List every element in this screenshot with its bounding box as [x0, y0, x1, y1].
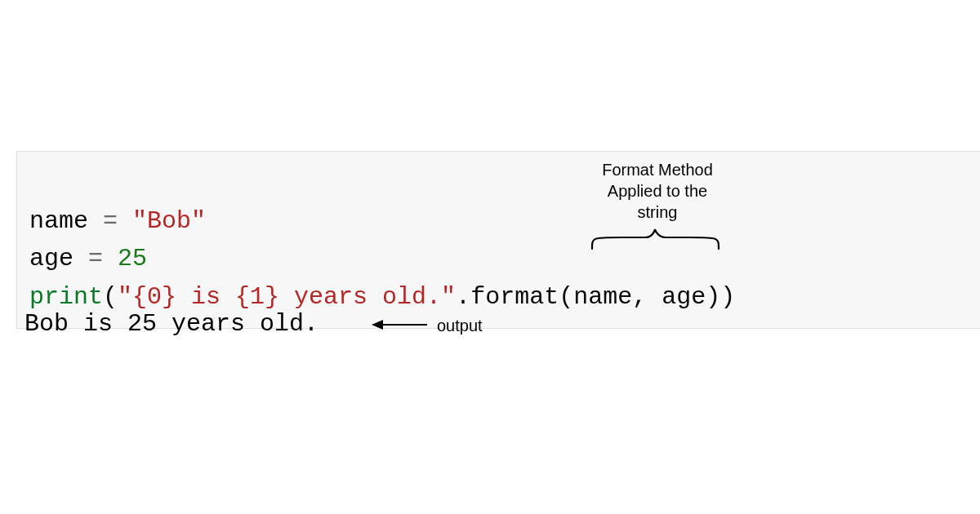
dot-op: .: [456, 283, 470, 311]
equals-op: =: [88, 245, 103, 273]
annotation-line: Applied to the: [576, 180, 739, 202]
output-label: output: [437, 317, 483, 335]
open-paren: (: [103, 283, 118, 311]
annotation-line: string: [576, 202, 739, 223]
annotation-line: Format Method: [576, 159, 739, 180]
builtin-print: print: [29, 283, 103, 311]
code-block: name = "Bob" age = 25 print("{0} is {1} …: [16, 151, 980, 329]
close-parens: )): [706, 283, 735, 311]
equals-op: =: [103, 207, 118, 235]
open-paren-2: (: [559, 283, 573, 311]
output-text: Bob is 25 years old.: [24, 310, 318, 338]
arg-age: age: [662, 283, 706, 311]
number-literal: 25: [118, 245, 147, 273]
var-name: name: [29, 207, 88, 235]
format-string: "{0} is {1} years old.": [118, 283, 456, 311]
arrow-left-icon: [372, 317, 429, 333]
svg-marker-1: [372, 320, 383, 330]
format-method: format: [470, 283, 559, 311]
var-age: age: [29, 245, 74, 273]
curly-brace-icon: [588, 227, 723, 251]
arg-name: name: [573, 283, 632, 311]
string-literal: "Bob": [132, 207, 206, 235]
format-method-annotation: Format Method Applied to the string: [576, 159, 739, 223]
comma: ,: [632, 283, 662, 311]
